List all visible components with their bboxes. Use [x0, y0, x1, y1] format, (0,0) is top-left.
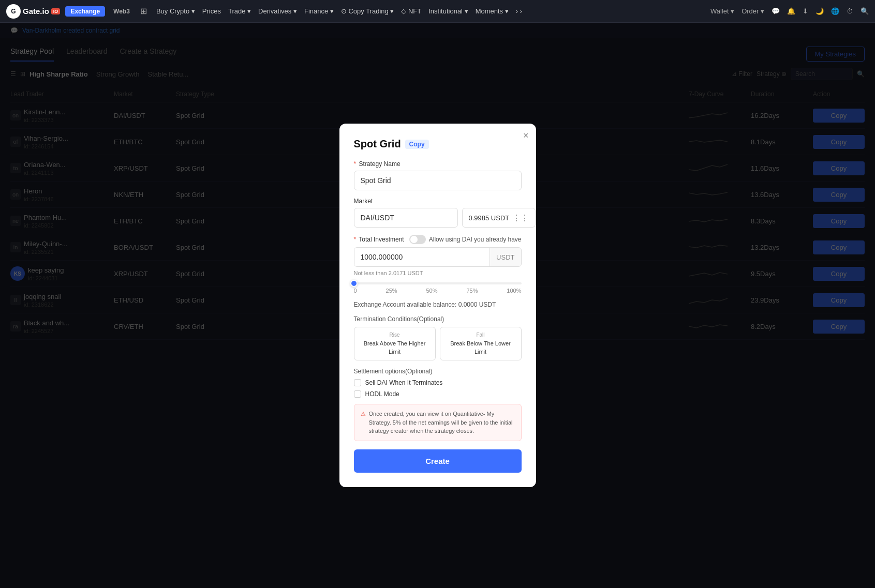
rise-label: Rise: [360, 331, 430, 339]
market-row: 0.9985 USDT ⋮⋮: [354, 208, 522, 228]
modal-title-row: Spot Grid Copy: [354, 138, 522, 150]
nav-prices[interactable]: Prices: [202, 7, 221, 15]
allow-dai-toggle[interactable]: [409, 235, 426, 244]
allow-dai-label: Allow using DAI you already have: [429, 236, 522, 243]
nav-institutional[interactable]: Institutional ▾: [428, 7, 468, 15]
termination-row: Rise Break Above The Higher Limit Fall B…: [354, 327, 522, 360]
modal-close-button[interactable]: ×: [523, 131, 529, 140]
hodl-checkbox-row[interactable]: HODL Mode: [354, 390, 522, 398]
termination-fall-btn[interactable]: Fall Break Below The Lower Limit: [440, 327, 522, 360]
nav-icon-moon[interactable]: 🌙: [815, 7, 824, 15]
nav-icon-search[interactable]: 🔍: [861, 7, 869, 15]
grid-icon[interactable]: ⊞: [138, 6, 149, 16]
copy-badge: Copy: [405, 140, 429, 149]
percentage-slider[interactable]: 0 25% 50% 75% 100%: [354, 282, 522, 294]
investment-header: * Total Investment Allow using DAI you a…: [354, 235, 522, 244]
slider-label-100: 100%: [507, 288, 521, 294]
logo[interactable]: G Gate.io IO: [6, 4, 60, 19]
strategy-name-input[interactable]: [354, 171, 522, 190]
slider-label-25: 25%: [386, 288, 397, 294]
nav-right: Wallet ▾ Order ▾ 💬 🔔 ⬇ 🌙 🌐 ⏱ 🔍: [710, 7, 869, 15]
settlement-section: Settlement options(Optional) Sell DAI Wh…: [354, 368, 522, 398]
spot-grid-modal: × Spot Grid Copy * Strategy Name Market …: [339, 124, 536, 487]
slider-thumb[interactable]: [350, 280, 358, 287]
slider-labels: 0 25% 50% 75% 100%: [354, 288, 522, 294]
market-input[interactable]: [354, 208, 458, 228]
investment-hint: Not less than 2.0171 USDT: [354, 270, 522, 276]
hodl-label: HODL Mode: [365, 390, 399, 398]
nav-icon-chat[interactable]: 💬: [772, 7, 780, 15]
nav-moments[interactable]: Moments ▾: [476, 7, 509, 15]
nav-icon-clock[interactable]: ⏱: [847, 7, 853, 15]
nav-buy-crypto[interactable]: Buy Crypto ▾: [156, 7, 195, 15]
amount-input-row: USDT: [354, 247, 522, 267]
nav-finance[interactable]: Finance ▾: [304, 7, 334, 15]
slider-label-50: 50%: [426, 288, 437, 294]
investment-label: * Total Investment: [354, 236, 404, 243]
io-badge: IO: [51, 8, 61, 14]
exchange-tab[interactable]: Exchange: [65, 6, 105, 17]
sell-dai-checkbox-row[interactable]: Sell DAI When It Terminates: [354, 379, 522, 386]
hodl-checkbox[interactable]: [354, 390, 361, 398]
logo-icon: G: [6, 4, 21, 19]
market-label: Market: [354, 198, 522, 205]
nav-icon-download[interactable]: ⬇: [803, 7, 808, 15]
termination-title: Termination Conditions(Optional): [354, 315, 522, 323]
web3-tab[interactable]: Web3: [108, 6, 135, 17]
nav-derivatives[interactable]: Derivatives ▾: [258, 7, 297, 15]
modal-title: Spot Grid: [354, 138, 401, 150]
price-icon: ⋮⋮: [512, 213, 529, 223]
slider-label-75: 75%: [466, 288, 478, 294]
toggle-row: Allow using DAI you already have: [409, 235, 522, 244]
warning-icon: ⚠: [361, 410, 366, 435]
strategy-name-label: * Strategy Name: [354, 160, 522, 168]
navbar: G Gate.io IO Exchange Web3 ⊞ Buy Crypto …: [0, 0, 875, 23]
rise-value: Break Above The Higher Limit: [364, 340, 426, 354]
sell-dai-checkbox[interactable]: [354, 379, 361, 386]
modal-overlay: × Spot Grid Copy * Strategy Name Market …: [0, 23, 875, 588]
sell-dai-label: Sell DAI When It Terminates: [365, 379, 443, 386]
termination-section: Termination Conditions(Optional) Rise Br…: [354, 315, 522, 360]
warning-text: Once created, you can view it on Quantit…: [369, 410, 515, 435]
nav-trade[interactable]: Trade ▾: [228, 7, 251, 15]
market-price: 0.9985 USDT: [469, 214, 510, 222]
logo-text: Gate.io: [23, 7, 49, 16]
nav-order[interactable]: Order ▾: [741, 7, 764, 15]
nav-icon-globe[interactable]: 🌐: [831, 7, 839, 15]
nav-items: Buy Crypto ▾ Prices Trade ▾ Derivatives …: [156, 7, 707, 15]
nav-more[interactable]: › ›: [516, 7, 522, 15]
settlement-title: Settlement options(Optional): [354, 368, 522, 375]
fall-value: Break Below The Lower Limit: [450, 340, 511, 354]
warning-box: ⚠ Once created, you can view it on Quant…: [354, 404, 522, 441]
termination-rise-btn[interactable]: Rise Break Above The Higher Limit: [354, 327, 436, 360]
nav-copy-trading[interactable]: ⊙ Copy Trading ▾: [341, 7, 394, 15]
balance-text: Exchange Account available balance: 0.00…: [354, 301, 522, 308]
nav-wallet[interactable]: Wallet ▾: [710, 7, 734, 15]
fall-label: Fall: [446, 331, 516, 339]
page-background: 💬 Van-Darkholm created contract grid Str…: [0, 23, 875, 588]
create-button[interactable]: Create: [354, 449, 522, 473]
market-price-box: 0.9985 USDT ⋮⋮: [462, 208, 536, 228]
nav-nft[interactable]: ◇ NFT: [401, 7, 421, 15]
nav-icon-bell[interactable]: 🔔: [787, 7, 795, 15]
amount-currency: USDT: [490, 248, 521, 266]
slider-track: [354, 282, 522, 284]
slider-label-0: 0: [354, 288, 357, 294]
amount-input[interactable]: [354, 248, 490, 266]
